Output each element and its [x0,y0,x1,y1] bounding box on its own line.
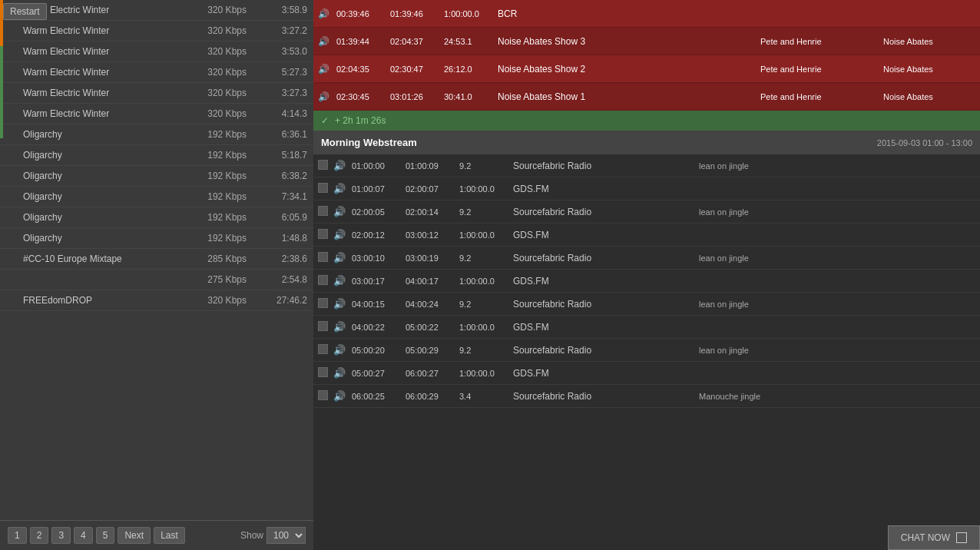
row-start: 02:00:12 [352,230,406,240]
track-duration: 2:38.6 [253,249,313,270]
row-checkbox[interactable] [318,321,333,333]
speaker-icon: 🔊 [333,206,352,217]
row-checkbox[interactable] [318,229,333,241]
list-item[interactable]: 🔊 01:00:00 01:00:09 9.2 Sourcefabric Rad… [313,154,980,177]
show-row[interactable]: 🔊 01:39:44 02:04:37 24:53.1 Noise Abates… [313,28,980,55]
speaker-icon: 🔊 [333,344,352,356]
speaker-icon: 🔊 [318,36,336,47]
chat-now-label: CHAT NOW [901,532,950,543]
row-duration: 9.2 [459,346,513,355]
speaker-icon: 🔊 [333,160,352,171]
track-bitrate: 320 Kbps [180,290,253,311]
row-checkbox[interactable] [318,298,333,310]
row-checkbox[interactable] [318,275,333,287]
speaker-icon: 🔊 [333,298,352,310]
row-start: 06:00:25 [352,392,406,401]
track-row[interactable]: Warm Electric Winter 320 Kbps 3:58.9 [0,0,313,21]
row-name: GDS.FM [513,322,699,333]
show-row[interactable]: 🔊 02:30:45 03:01:26 30:41.0 Noise Abates… [313,83,980,111]
track-row[interactable]: FREEdomDROP 320 Kbps 27:46.2 [0,290,313,311]
row-duration: 9.2 [459,207,513,217]
row-creator: lean on jingle [699,207,868,217]
track-duration: 2:54.8 [253,270,313,290]
track-bitrate: 320 Kbps [180,62,253,83]
row-end: 05:00:29 [406,346,459,355]
list-item[interactable]: 🔊 02:00:05 02:00:14 9.2 Sourcefabric Rad… [313,200,980,224]
section-title: Morning Webstream [321,137,417,148]
speaker-icon: 🔊 [318,64,336,75]
track-name: Oligarchy [0,145,180,166]
row-duration: 9.2 [459,161,513,171]
pagination-bar: 1 2 3 4 5 Next Last Show 100 50 25 [0,520,313,550]
track-row[interactable]: Warm Electric Winter 320 Kbps 5:27.3 [0,62,313,83]
list-item[interactable]: 🔊 01:00:07 02:00:07 1:00:00.0 GDS.FM [313,177,980,200]
track-row[interactable]: Warm Electric Winter 320 Kbps 4:14.3 [0,104,313,124]
checkmark-icon: ✓ [321,115,329,126]
track-duration: 5:18.7 [253,145,313,166]
track-bitrate: 192 Kbps [180,207,253,228]
next-button[interactable]: Next [118,527,151,544]
track-row[interactable]: Warm Electric Winter 320 Kbps 3:27.2 [0,21,313,41]
show-name: Noise Abates Show 2 [498,64,760,75]
track-row[interactable]: 275 Kbps 2:54.8 [0,270,313,290]
list-item[interactable]: 🔊 04:00:22 05:00:22 1:00:00.0 GDS.FM [313,316,980,339]
track-name: #CC-10 Europe Mixtape [0,249,180,270]
track-name: Oligarchy [0,124,180,145]
last-button[interactable]: Last [154,527,185,544]
track-name: FREEdomDROP [0,290,180,311]
track-row[interactable]: Warm Electric Winter 320 Kbps 3:27.3 [0,83,313,104]
show-row[interactable]: 🔊 00:39:46 01:39:46 1:00:00.0 BCR [313,0,980,28]
track-name: Oligarchy [0,166,180,187]
data-rows-container: 🔊 01:00:00 01:00:09 9.2 Sourcefabric Rad… [313,154,980,408]
show-end: 02:04:37 [390,37,444,46]
list-item[interactable]: 🔊 05:00:27 06:00:27 1:00:00.0 GDS.FM [313,362,980,385]
track-duration: 6:05.9 [253,207,313,228]
row-checkbox[interactable] [318,160,333,172]
row-checkbox[interactable] [318,183,333,195]
track-row[interactable]: #CC-10 Europe Mixtape 285 Kbps 2:38.6 [0,249,313,270]
list-item[interactable]: 🔊 02:00:12 03:00:12 1:00:00.0 GDS.FM [313,224,980,247]
row-duration: 1:00:00.0 [459,230,513,240]
track-row[interactable]: Oligarchy 192 Kbps 6:36.1 [0,124,313,145]
page-3-button[interactable]: 3 [51,527,71,544]
row-duration: 9.2 [459,253,513,263]
row-start: 03:00:17 [352,277,406,286]
show-category: Noise Abates [883,65,975,74]
show-row[interactable]: 🔊 02:04:35 02:30:47 26:12.0 Noise Abates… [313,55,980,83]
row-checkbox[interactable] [318,252,333,264]
track-row[interactable]: Oligarchy 192 Kbps 6:05.9 [0,207,313,228]
track-row[interactable]: Oligarchy 192 Kbps 5:18.7 [0,145,313,166]
row-checkbox[interactable] [318,390,333,403]
track-table: Warm Electric Winter 320 Kbps 3:58.9 War… [0,0,313,311]
row-checkbox[interactable] [318,344,333,356]
list-item[interactable]: 🔊 05:00:20 05:00:29 9.2 Sourcefabric Rad… [313,339,980,362]
row-name: GDS.FM [513,230,699,240]
row-name: GDS.FM [513,184,699,194]
page-4-button[interactable]: 4 [74,527,93,544]
show-start: 02:30:45 [336,92,390,101]
row-checkbox[interactable] [318,206,333,218]
track-row[interactable]: Oligarchy 192 Kbps 1:48.8 [0,228,313,249]
track-bitrate: 320 Kbps [180,21,253,41]
left-panel: Restart Warm Electric Winter 320 Kbps 3:… [0,0,313,550]
list-item[interactable]: 🔊 04:00:15 04:00:24 9.2 Sourcefabric Rad… [313,293,980,316]
row-creator: Manouche jingle [699,392,868,401]
page-5-button[interactable]: 5 [96,527,115,544]
show-name: Noise Abates Show 1 [498,91,760,102]
track-row[interactable]: Warm Electric Winter 320 Kbps 3:53.0 [0,41,313,62]
page-1-button[interactable]: 1 [8,527,27,544]
list-item[interactable]: 🔊 03:00:17 04:00:17 1:00:00.0 GDS.FM [313,270,980,293]
chat-now-button[interactable]: CHAT NOW [888,525,980,550]
restart-button[interactable]: Restart [3,3,47,20]
track-row[interactable]: Oligarchy 192 Kbps 6:38.2 [0,166,313,187]
row-duration: 1:00:00.0 [459,323,513,332]
track-name: Oligarchy [0,207,180,228]
speaker-icon: 🔊 [333,229,352,240]
list-item[interactable]: 🔊 03:00:10 03:00:19 9.2 Sourcefabric Rad… [313,247,980,270]
show-rows-container: 🔊 00:39:46 01:39:46 1:00:00.0 BCR 🔊 01:3… [313,0,980,111]
row-checkbox[interactable] [318,367,333,379]
show-select[interactable]: 100 50 25 [267,527,306,544]
list-item[interactable]: 🔊 06:00:25 06:00:29 3.4 Sourcefabric Rad… [313,385,980,408]
page-2-button[interactable]: 2 [30,527,49,544]
track-row[interactable]: Oligarchy 192 Kbps 7:34.1 [0,187,313,207]
